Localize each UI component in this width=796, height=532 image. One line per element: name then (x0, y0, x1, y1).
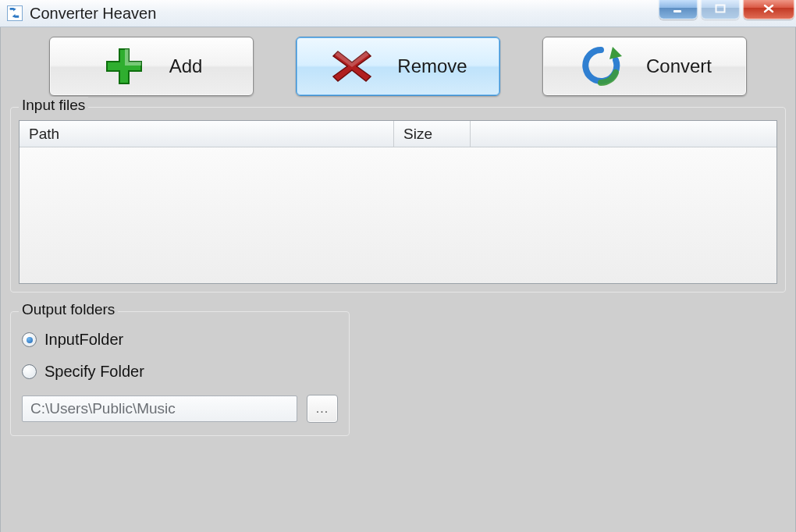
output-path-row: C:\Users\Public\Music ... (22, 395, 338, 423)
column-header-size[interactable]: Size (394, 121, 471, 147)
radio-icon (22, 364, 37, 379)
radio-input-folder[interactable]: InputFolder (22, 331, 338, 349)
svg-rect-2 (716, 5, 725, 12)
radio-specify-folder-label: Specify Folder (44, 363, 144, 381)
input-files-legend: Input files (19, 97, 88, 114)
close-button[interactable] (743, 0, 794, 20)
toolbar: Add Remove Convert (49, 37, 747, 96)
radio-specify-folder[interactable]: Specify Folder (22, 363, 338, 381)
refresh-icon (577, 44, 624, 88)
output-folders-group: Output folders InputFolder Specify Folde… (10, 311, 350, 436)
client-area: Add Remove Convert Input fi (0, 27, 796, 532)
svg-rect-0 (8, 6, 23, 21)
window-controls (659, 0, 794, 20)
x-icon (329, 44, 375, 88)
column-header-path[interactable]: Path (20, 121, 394, 147)
input-files-group: Input files Path Size (10, 107, 786, 293)
app-icon (6, 5, 23, 22)
svg-rect-1 (673, 10, 681, 12)
list-headers: Path Size (20, 121, 776, 147)
titlebar: Converter Heaven (0, 0, 796, 27)
output-folders-legend: Output folders (19, 301, 118, 318)
radio-icon (22, 332, 37, 347)
add-button-label: Add (169, 55, 203, 77)
column-header-filler (471, 121, 776, 147)
window-title: Converter Heaven (30, 5, 156, 23)
output-path-field[interactable]: C:\Users\Public\Music (22, 395, 297, 422)
remove-button[interactable]: Remove (296, 37, 500, 96)
browse-button[interactable]: ... (307, 395, 338, 423)
add-button[interactable]: Add (49, 37, 254, 96)
plus-icon (101, 44, 147, 88)
minimize-button[interactable] (659, 0, 698, 20)
remove-button-label: Remove (397, 55, 467, 77)
radio-input-folder-label: InputFolder (44, 331, 123, 349)
maximize-button[interactable] (701, 0, 740, 20)
convert-button-label: Convert (646, 55, 712, 77)
convert-button[interactable]: Convert (542, 37, 747, 96)
input-files-list[interactable]: Path Size (19, 120, 777, 284)
